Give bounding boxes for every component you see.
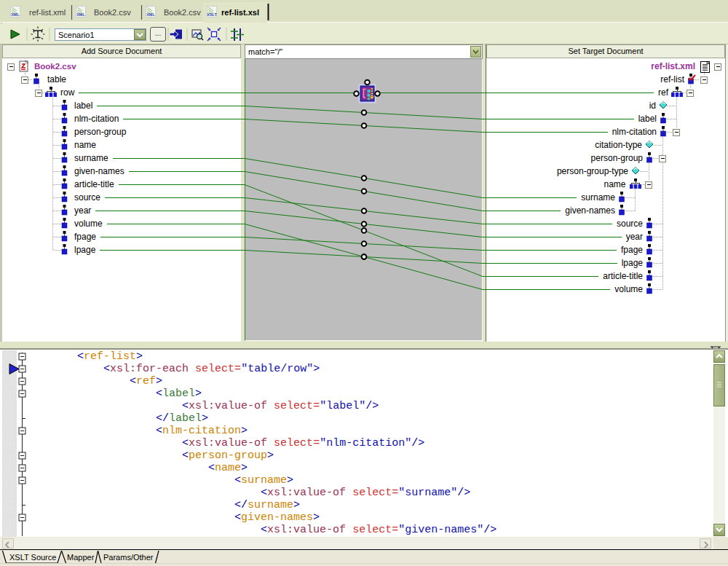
svg-text:Params/Other: Params/Other [103,553,154,562]
svg-text:Mapper: Mapper [67,553,95,562]
svg-text:XSLT Source: XSLT Source [9,553,56,562]
